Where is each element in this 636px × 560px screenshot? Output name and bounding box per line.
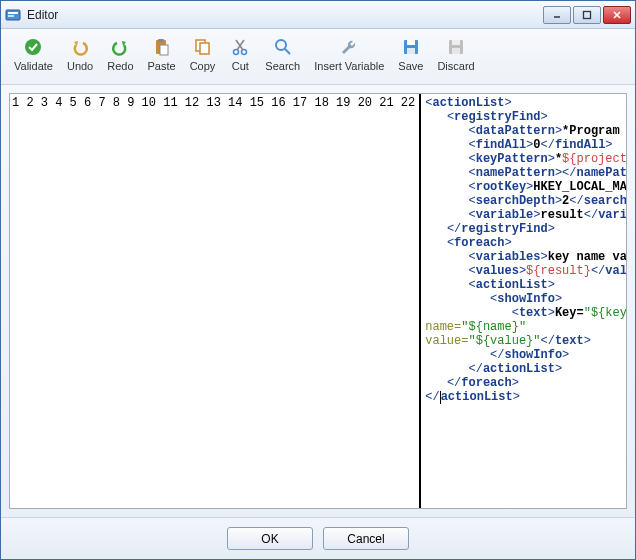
search-icon bbox=[272, 36, 294, 58]
redo-button[interactable]: Redo bbox=[100, 33, 140, 75]
code-editor[interactable]: 1 2 3 4 5 6 7 8 9 10 11 12 13 14 15 16 1… bbox=[9, 93, 627, 509]
toolbar-label: Discard bbox=[437, 60, 474, 72]
svg-rect-4 bbox=[584, 11, 591, 18]
toolbar-label: Cut bbox=[232, 60, 249, 72]
toolbar-label: Insert Variable bbox=[314, 60, 384, 72]
toolbar-label: Undo bbox=[67, 60, 93, 72]
titlebar: Editor bbox=[1, 1, 635, 29]
undo-button[interactable]: Undo bbox=[60, 33, 100, 75]
copy-button[interactable]: Copy bbox=[183, 33, 223, 75]
toolbar-label: Search bbox=[265, 60, 300, 72]
paste-button[interactable]: Paste bbox=[141, 33, 183, 75]
check-icon bbox=[22, 36, 44, 58]
svg-rect-14 bbox=[200, 43, 209, 54]
svg-rect-25 bbox=[452, 40, 460, 45]
maximize-button[interactable] bbox=[573, 6, 601, 24]
redo-icon bbox=[109, 36, 131, 58]
toolbar-label: Save bbox=[398, 60, 423, 72]
svg-rect-23 bbox=[407, 48, 415, 54]
copy-icon bbox=[192, 36, 214, 58]
ok-button[interactable]: OK bbox=[227, 527, 313, 550]
validate-button[interactable]: Validate bbox=[7, 33, 60, 75]
window-title: Editor bbox=[27, 8, 541, 22]
toolbar-label: Redo bbox=[107, 60, 133, 72]
toolbar-label: Copy bbox=[190, 60, 216, 72]
discard-icon bbox=[445, 36, 467, 58]
svg-rect-1 bbox=[8, 12, 18, 14]
button-label: OK bbox=[261, 532, 278, 546]
cut-icon bbox=[229, 36, 251, 58]
save-icon bbox=[400, 36, 422, 58]
cancel-button[interactable]: Cancel bbox=[323, 527, 409, 550]
insert-variable-button[interactable]: Insert Variable bbox=[307, 33, 391, 75]
app-icon bbox=[5, 7, 21, 23]
svg-rect-22 bbox=[407, 40, 415, 45]
close-button[interactable] bbox=[603, 6, 631, 24]
save-button[interactable]: Save bbox=[391, 33, 430, 75]
svg-line-20 bbox=[285, 49, 290, 54]
svg-line-17 bbox=[237, 40, 244, 50]
cut-button[interactable]: Cut bbox=[222, 33, 258, 75]
svg-rect-12 bbox=[160, 45, 168, 55]
editor-window: Editor Validate Undo bbox=[0, 0, 636, 560]
toolbar-label: Validate bbox=[14, 60, 53, 72]
dialog-buttons: OK Cancel bbox=[1, 517, 635, 559]
svg-line-18 bbox=[236, 40, 243, 50]
minimize-button[interactable] bbox=[543, 6, 571, 24]
undo-icon bbox=[69, 36, 91, 58]
window-controls bbox=[541, 6, 631, 24]
button-label: Cancel bbox=[347, 532, 384, 546]
line-gutter: 1 2 3 4 5 6 7 8 9 10 11 12 13 14 15 16 1… bbox=[10, 94, 421, 508]
svg-rect-26 bbox=[452, 48, 460, 54]
discard-button[interactable]: Discard bbox=[430, 33, 481, 75]
paste-icon bbox=[151, 36, 173, 58]
toolbar: Validate Undo Redo Paste Copy bbox=[1, 29, 635, 85]
svg-rect-11 bbox=[158, 39, 164, 42]
search-button[interactable]: Search bbox=[258, 33, 307, 75]
code-content[interactable]: <actionList> <registryFind> <dataPattern… bbox=[421, 94, 626, 508]
svg-point-19 bbox=[276, 40, 286, 50]
svg-point-7 bbox=[25, 39, 41, 55]
toolbar-label: Paste bbox=[148, 60, 176, 72]
wrench-icon bbox=[338, 36, 360, 58]
svg-rect-2 bbox=[8, 15, 14, 17]
